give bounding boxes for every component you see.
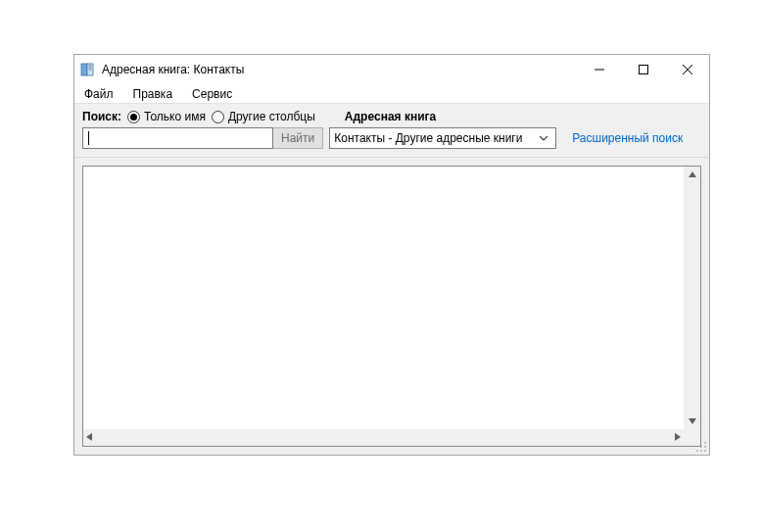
svg-point-14 bbox=[704, 450, 706, 452]
close-button[interactable] bbox=[665, 55, 709, 84]
find-button[interactable]: Найти bbox=[273, 127, 323, 149]
search-toolbar: Поиск: Только имя Другие столбцы Адресна… bbox=[74, 104, 709, 158]
scroll-down-icon bbox=[686, 413, 699, 429]
radio-other-columns[interactable]: Другие столбцы bbox=[212, 110, 315, 123]
radio-name-only-label: Только имя bbox=[144, 110, 206, 123]
svg-point-13 bbox=[700, 450, 702, 452]
menu-file[interactable]: Файл bbox=[80, 85, 118, 103]
scroll-right-icon bbox=[672, 430, 684, 446]
app-icon bbox=[80, 62, 96, 77]
menu-service[interactable]: Сервис bbox=[188, 85, 236, 103]
horizontal-scrollbar[interactable] bbox=[83, 429, 684, 446]
chevron-down-icon bbox=[536, 133, 551, 144]
scroll-up-icon bbox=[686, 167, 699, 182]
vertical-scrollbar[interactable] bbox=[684, 167, 700, 429]
svg-rect-6 bbox=[639, 66, 647, 74]
address-book-selected: Контакты - Другие адресные книги bbox=[334, 131, 536, 145]
address-book-window: Адресная книга: Контакты Файл Правка Сер… bbox=[73, 54, 710, 456]
search-label: Поиск: bbox=[82, 110, 121, 123]
svg-point-10 bbox=[700, 446, 702, 448]
radio-name-only-indicator bbox=[127, 111, 140, 123]
svg-rect-0 bbox=[81, 64, 87, 75]
content-area bbox=[74, 158, 709, 455]
text-caret bbox=[88, 131, 89, 145]
titlebar: Адресная книга: Контакты bbox=[74, 55, 709, 84]
window-title: Адресная книга: Контакты bbox=[102, 63, 244, 76]
search-input[interactable] bbox=[82, 127, 273, 149]
window-controls bbox=[577, 55, 709, 84]
resize-grip[interactable] bbox=[695, 441, 707, 453]
scroll-left-icon bbox=[83, 430, 95, 446]
menubar: Файл Правка Сервис bbox=[74, 84, 709, 104]
radio-name-only[interactable]: Только имя bbox=[127, 110, 206, 123]
radio-other-columns-label: Другие столбцы bbox=[228, 110, 315, 123]
svg-point-11 bbox=[704, 446, 706, 448]
svg-point-12 bbox=[696, 450, 698, 452]
advanced-search-link[interactable]: Расширенный поиск bbox=[572, 131, 683, 145]
maximize-button[interactable] bbox=[621, 55, 665, 84]
menu-edit[interactable]: Правка bbox=[129, 85, 177, 103]
minimize-button[interactable] bbox=[577, 55, 621, 84]
address-book-label: Адресная книга bbox=[345, 110, 436, 123]
radio-other-columns-indicator bbox=[212, 111, 224, 123]
svg-point-9 bbox=[704, 442, 706, 444]
address-book-select[interactable]: Контакты - Другие адресные книги bbox=[329, 127, 556, 149]
results-listview[interactable] bbox=[82, 166, 701, 447]
